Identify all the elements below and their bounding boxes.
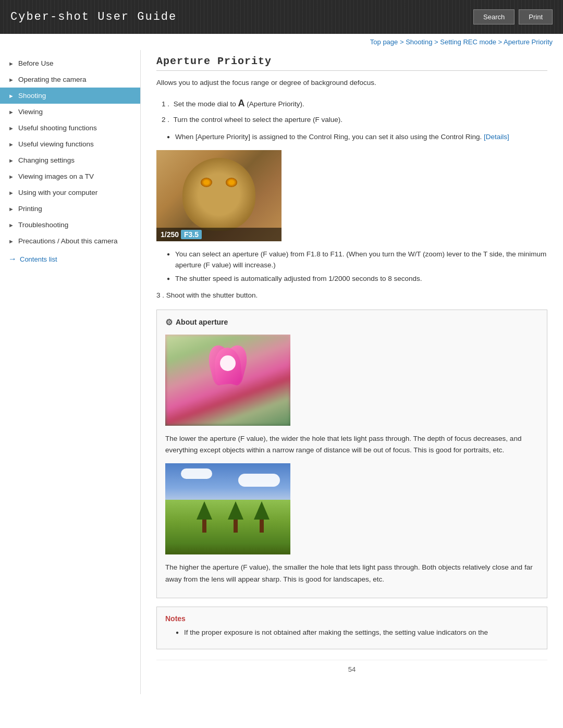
app-title: Cyber-shot User Guide xyxy=(10,10,177,23)
notes-bullet-1: If the proper exposure is not obtained a… xyxy=(176,627,538,638)
arrow-icon: ► xyxy=(8,125,14,131)
breadcrumb-setting-rec[interactable]: Setting REC mode xyxy=(440,38,496,46)
main-content: Aperture Priority Allows you to adjust t… xyxy=(141,50,563,694)
sidebar-item-shooting[interactable]: ► Shooting xyxy=(0,88,140,104)
arrow-icon: ► xyxy=(8,157,14,164)
shutter-speed-value: 1/250 xyxy=(161,230,179,239)
petal-center xyxy=(220,355,236,371)
steps-list: 1 . Set the mode dial to A (Aperture Pri… xyxy=(162,95,547,127)
arrow-icon: ► xyxy=(8,60,14,67)
tree-2 xyxy=(228,501,243,533)
details-link[interactable]: [Details] xyxy=(484,133,509,141)
land xyxy=(165,500,290,554)
arrow-icon: ► xyxy=(8,77,14,83)
contents-arrow-icon: → xyxy=(8,254,17,264)
notes-title: Notes xyxy=(165,614,538,623)
arrow-icon: ► xyxy=(8,190,14,196)
header-button-group: Search Print xyxy=(473,9,553,24)
about-aperture-desc1: The lower the aperture (F value), the wi… xyxy=(165,433,538,456)
sidebar-item-changing-settings[interactable]: ► Changing settings xyxy=(0,152,140,168)
sidebar: ► Before Use ► Operating the camera ► Sh… xyxy=(0,50,141,694)
aperture-value: F3.5 xyxy=(181,230,202,239)
sidebar-item-before-use[interactable]: ► Before Use xyxy=(0,55,140,71)
cat-eye-left xyxy=(201,178,212,187)
cloud-2 xyxy=(238,474,280,487)
page-number: 54 xyxy=(156,660,547,678)
step-1: 1 . Set the mode dial to A (Aperture Pri… xyxy=(162,95,547,112)
cat-face xyxy=(182,158,255,231)
about-aperture-title: ⚙ About aperture xyxy=(165,317,538,327)
arrow-icon: ► xyxy=(8,222,14,228)
sub-bullet-item: When [Aperture Priority] is assigned to … xyxy=(167,131,547,143)
bullet-item-1: You can select an aperture (F value) fro… xyxy=(167,249,547,271)
cat-eye-right xyxy=(226,178,237,187)
landscape-image xyxy=(165,463,290,554)
tulip-image xyxy=(165,335,290,426)
breadcrumb-top[interactable]: Top page xyxy=(370,38,398,46)
tree-1 xyxy=(197,501,212,533)
sub-bullet-list: When [Aperture Priority] is assigned to … xyxy=(167,131,547,143)
step-3: 3 . Shoot with the shutter button. xyxy=(156,290,547,301)
notes-box: Notes If the proper exposure is not obta… xyxy=(156,607,547,649)
sidebar-item-useful-shooting[interactable]: ► Useful shooting functions xyxy=(0,120,140,136)
contents-list-link[interactable]: → Contents list xyxy=(0,249,140,269)
page-title: Aperture Priority xyxy=(156,55,547,71)
breadcrumb: Top page > Shooting > Setting REC mode >… xyxy=(0,34,563,50)
breadcrumb-shooting[interactable]: Shooting xyxy=(406,38,432,46)
sky xyxy=(165,463,290,504)
sidebar-item-viewing-on-tv[interactable]: ► Viewing images on a TV xyxy=(0,168,140,184)
sidebar-item-using-computer[interactable]: ► Using with your computer xyxy=(0,184,140,201)
header: Cyber-shot User Guide Search Print xyxy=(0,0,563,34)
arrow-icon: ► xyxy=(8,93,14,99)
notes-bullets: If the proper exposure is not obtained a… xyxy=(176,627,538,638)
bullet-item-2: The shutter speed is automatically adjus… xyxy=(167,273,547,285)
print-button[interactable]: Print xyxy=(519,9,553,24)
about-aperture-desc2: The higher the aperture (F value), the s… xyxy=(165,562,538,585)
sidebar-item-operating-camera[interactable]: ► Operating the camera xyxy=(0,71,140,88)
info-bullets: You can select an aperture (F value) fro… xyxy=(167,249,547,285)
tree-3 xyxy=(254,501,270,533)
breadcrumb-aperture-priority[interactable]: Aperture Priority xyxy=(504,38,553,46)
sidebar-item-useful-viewing[interactable]: ► Useful viewing functions xyxy=(0,136,140,152)
arrow-icon: ► xyxy=(8,141,14,147)
sidebar-item-troubleshooting[interactable]: ► Troubleshooting xyxy=(0,217,140,233)
image-overlay: 1/250 F3.5 xyxy=(156,228,282,241)
intro-text: Allows you to adjust the focus range or … xyxy=(156,77,547,89)
sidebar-item-printing[interactable]: ► Printing xyxy=(0,201,140,217)
sidebar-item-viewing[interactable]: ► Viewing xyxy=(0,104,140,120)
main-layout: ► Before Use ► Operating the camera ► Sh… xyxy=(0,50,563,694)
sidebar-item-precautions[interactable]: ► Precautions / About this camera xyxy=(0,233,140,249)
cat-image: 1/250 F3.5 xyxy=(156,150,282,241)
tulip-flower xyxy=(204,340,251,402)
arrow-icon: ► xyxy=(8,206,14,212)
gear-icon: ⚙ xyxy=(165,317,173,327)
search-button[interactable]: Search xyxy=(473,9,515,24)
arrow-icon: ► xyxy=(8,174,14,180)
cloud-1 xyxy=(181,468,212,479)
step-2: 2 . Turn the control wheel to select the… xyxy=(162,114,547,126)
about-aperture-box: ⚙ About aperture The lower the aperture … xyxy=(156,310,547,598)
arrow-icon: ► xyxy=(8,109,14,115)
arrow-icon: ► xyxy=(8,238,14,244)
